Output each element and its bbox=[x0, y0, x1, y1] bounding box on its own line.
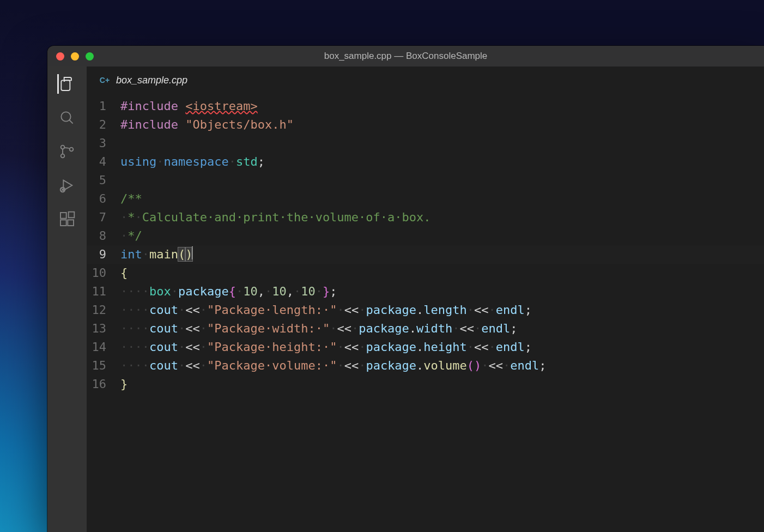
line-content[interactable]: ····cout·<<·"Package·length:·"·<<·packag… bbox=[120, 301, 764, 319]
svg-rect-8 bbox=[60, 213, 66, 219]
line-content[interactable]: #include "Objects/box.h" bbox=[120, 116, 764, 134]
code-editor[interactable]: 1#include <iostream>2#include "Objects/b… bbox=[87, 94, 764, 532]
code-line[interactable]: 14····cout·<<·"Package·height:·"·<<·pack… bbox=[87, 338, 764, 356]
line-number[interactable]: 8 bbox=[87, 227, 120, 245]
window-title: box_sample.cpp — BoxConsoleSample bbox=[47, 51, 764, 62]
code-line[interactable]: 5 bbox=[87, 171, 764, 190]
svg-line-2 bbox=[69, 120, 72, 123]
vscode-window: box_sample.cpp — BoxConsoleSample bbox=[47, 46, 764, 532]
line-content[interactable]: ·*/ bbox=[120, 227, 764, 245]
code-line[interactable]: 15····cout·<<·"Package·volume:·"·<<·pack… bbox=[87, 356, 764, 375]
editor-group: C+ box_sample.cpp 1#include <iostream>2#… bbox=[87, 66, 764, 532]
code-line[interactable]: 6/** bbox=[87, 190, 764, 208]
line-content[interactable]: /** bbox=[120, 190, 764, 208]
code-line[interactable]: 2#include "Objects/box.h" bbox=[87, 116, 764, 134]
svg-point-1 bbox=[61, 112, 70, 121]
code-line[interactable]: 1#include <iostream> bbox=[87, 97, 764, 116]
svg-point-5 bbox=[70, 148, 74, 152]
code-line[interactable]: 11····box·package{·10,·10,·10·}; bbox=[87, 282, 764, 301]
line-number[interactable]: 16 bbox=[87, 375, 120, 394]
line-number[interactable]: 1 bbox=[87, 97, 120, 116]
code-line[interactable]: 4using·namespace·std; bbox=[87, 153, 764, 171]
svg-point-4 bbox=[61, 154, 65, 158]
zoom-button[interactable] bbox=[86, 52, 94, 61]
line-content[interactable]: ····cout·<<·"Package·volume:·"·<<·packag… bbox=[120, 356, 764, 375]
line-content[interactable] bbox=[120, 134, 764, 153]
line-number[interactable]: 3 bbox=[87, 134, 120, 153]
window-body: C+ box_sample.cpp 1#include <iostream>2#… bbox=[47, 66, 764, 532]
code-line[interactable]: 13····cout·<<·"Package·width:·"·<<·packa… bbox=[87, 319, 764, 338]
line-content[interactable]: { bbox=[120, 264, 764, 282]
debug-icon[interactable] bbox=[57, 176, 77, 195]
cpp-file-icon: C+ bbox=[99, 74, 111, 86]
svg-rect-9 bbox=[60, 220, 66, 226]
line-number[interactable]: 4 bbox=[87, 153, 120, 171]
svg-rect-0 bbox=[61, 80, 70, 90]
line-number[interactable]: 13 bbox=[87, 319, 120, 338]
line-content[interactable]: ····cout·<<·"Package·height:·"·<<·packag… bbox=[120, 338, 764, 356]
titlebar[interactable]: box_sample.cpp — BoxConsoleSample bbox=[47, 46, 764, 66]
text-cursor bbox=[192, 246, 193, 259]
tab-box-sample-cpp[interactable]: C+ box_sample.cpp bbox=[87, 66, 199, 94]
line-number[interactable]: 10 bbox=[87, 264, 120, 282]
code-line[interactable]: 12····cout·<<·"Package·length:·"·<<·pack… bbox=[87, 301, 764, 319]
traffic-lights bbox=[56, 52, 94, 61]
svg-rect-10 bbox=[68, 220, 74, 226]
code-line[interactable]: 16} bbox=[87, 375, 764, 394]
line-content[interactable]: ·*·Calculate·and·print·the·volume·of·a·b… bbox=[120, 208, 764, 227]
line-number[interactable]: 5 bbox=[87, 171, 120, 190]
minimize-button[interactable] bbox=[71, 52, 79, 61]
activity-bar bbox=[47, 66, 87, 532]
code-line[interactable]: 10{ bbox=[87, 264, 764, 282]
search-icon[interactable] bbox=[57, 108, 77, 128]
explorer-icon[interactable] bbox=[57, 74, 77, 94]
line-content[interactable]: int·main() bbox=[120, 245, 764, 264]
svg-point-3 bbox=[61, 146, 65, 149]
line-content[interactable]: #include <iostream> bbox=[120, 97, 764, 116]
line-number[interactable]: 9 bbox=[87, 245, 120, 264]
line-content[interactable]: } bbox=[120, 375, 764, 394]
line-content[interactable]: using·namespace·std; bbox=[120, 153, 764, 171]
extensions-icon[interactable] bbox=[57, 209, 77, 229]
line-number[interactable]: 7 bbox=[87, 208, 120, 227]
line-content[interactable]: ····cout·<<·"Package·width:·"·<<·package… bbox=[120, 319, 764, 338]
code-line[interactable]: 7·*·Calculate·and·print·the·volume·of·a·… bbox=[87, 208, 764, 227]
tab-bar[interactable]: C+ box_sample.cpp bbox=[87, 66, 764, 94]
line-number[interactable]: 14 bbox=[87, 338, 120, 356]
line-number[interactable]: 6 bbox=[87, 190, 120, 208]
line-number[interactable]: 12 bbox=[87, 301, 120, 319]
line-content[interactable]: ····box·package{·10,·10,·10·}; bbox=[120, 282, 764, 301]
code-line[interactable]: 8·*/ bbox=[87, 227, 764, 245]
line-number[interactable]: 2 bbox=[87, 116, 120, 134]
line-number[interactable]: 11 bbox=[87, 282, 120, 301]
code-line[interactable]: 3 bbox=[87, 134, 764, 153]
line-content[interactable] bbox=[120, 171, 764, 190]
scm-icon[interactable] bbox=[57, 142, 77, 161]
tab-filename: box_sample.cpp bbox=[116, 75, 187, 86]
close-button[interactable] bbox=[56, 52, 64, 61]
code-line[interactable]: 9int·main() bbox=[87, 245, 764, 264]
svg-rect-11 bbox=[69, 212, 75, 218]
line-number[interactable]: 15 bbox=[87, 356, 120, 375]
